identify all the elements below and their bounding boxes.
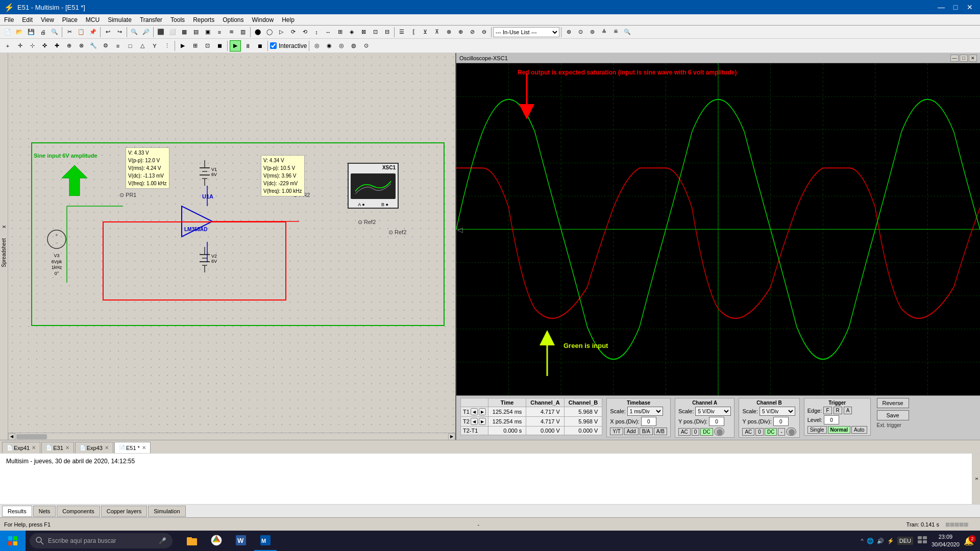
comp-btn-5[interactable]: ⟲ [299, 27, 310, 38]
misc-btn-2[interactable]: ⟦ [408, 27, 419, 38]
menu-item-window[interactable]: Window [248, 15, 278, 24]
scope-max-button[interactable]: □ [960, 55, 968, 62]
notification-center[interactable]: 🔔 2 [964, 536, 974, 546]
taskbar-file-explorer[interactable] [181, 531, 203, 551]
toggle-btn-3[interactable]: ▦ [179, 27, 190, 38]
results-tab-nets[interactable]: Nets [33, 506, 56, 517]
stop-button[interactable]: ⏹ [254, 40, 265, 52]
sim-btn-3[interactable]: ⊹ [27, 40, 38, 52]
search-icon-btn[interactable]: 🔍 [622, 27, 633, 38]
chA-toggle[interactable] [714, 428, 724, 436]
sim-btn-12[interactable]: △ [137, 40, 148, 52]
maximize-button[interactable]: □ [949, 1, 962, 13]
chB-zero-button[interactable]: 0 [755, 428, 764, 436]
zoom-in-button[interactable]: 🔍 [129, 27, 140, 38]
t1-right-button[interactable]: ▶ [479, 408, 486, 415]
extra-btn-1[interactable]: ⊛ [563, 27, 574, 38]
toggle-btn-1[interactable]: ⬛ [155, 27, 166, 38]
ctrl-btn-4[interactable]: ◍ [348, 40, 359, 52]
reverse-button[interactable]: Reverse [877, 398, 909, 408]
results-tab-components[interactable]: Components [57, 506, 100, 517]
extra-btn-3[interactable]: ⊚ [586, 27, 598, 38]
toggle-btn-5[interactable]: ▣ [202, 27, 213, 38]
time-block[interactable]: 23:09 30/04/2020 [932, 533, 960, 549]
comp-btn-1[interactable]: ⬤ [252, 27, 263, 38]
sim-btn-10[interactable]: ≡ [112, 40, 124, 52]
sim-btn-13[interactable]: Y [149, 40, 160, 52]
comp-btn-10[interactable]: ⊠ [358, 27, 369, 38]
menu-item-file[interactable]: File [0, 15, 18, 24]
single-button[interactable]: Single [807, 426, 827, 434]
ab-button[interactable]: A/B [654, 428, 667, 435]
menu-item-view[interactable]: View [37, 15, 58, 24]
in-use-list-dropdown[interactable]: --- In-Use List --- [493, 27, 559, 37]
t2-right-button[interactable]: ▶ [479, 418, 486, 425]
scope-close-button[interactable]: ✕ [969, 55, 977, 62]
taskbar-multisim[interactable]: M [254, 531, 277, 551]
scope-min-button[interactable]: — [950, 55, 959, 62]
language-indicator[interactable]: DEU [897, 537, 913, 545]
start-button[interactable] [0, 531, 26, 551]
misc-btn-3[interactable]: ⊻ [420, 27, 431, 38]
results-tab-results[interactable]: Results [2, 506, 32, 517]
misc-btn-6[interactable]: ⊕ [455, 27, 466, 38]
tab-e31[interactable]: 📄 E31 ✕ [41, 442, 74, 453]
results-tab-copper[interactable]: Copper layers [101, 506, 147, 517]
battery-icon[interactable]: ⚡ [887, 538, 894, 544]
chB-scale-select[interactable]: 5 V/Div [760, 407, 795, 416]
log-side-label[interactable]: x [974, 478, 979, 480]
taskbar-word[interactable]: W [230, 531, 252, 551]
toggle-btn-7[interactable]: ≋ [226, 27, 237, 38]
chB-ypos-input[interactable] [773, 417, 789, 426]
chA-ac-button[interactable]: AC [678, 428, 691, 436]
close-button[interactable]: ✕ [964, 1, 976, 13]
normal-button[interactable]: Normal [828, 426, 850, 434]
sim-btn-6[interactable]: ⊕ [63, 40, 75, 52]
comp-btn-7[interactable]: ↔ [323, 27, 334, 38]
add-button[interactable]: Add [624, 428, 639, 435]
cut-button[interactable]: ✂ [64, 27, 75, 38]
comp-btn-8[interactable]: ⊞ [334, 27, 346, 38]
scroll-right-button[interactable]: ▶ [448, 433, 455, 440]
chA-zero-button[interactable]: 0 [692, 428, 700, 436]
menu-item-edit[interactable]: Edit [18, 15, 37, 24]
sim-btn-7[interactable]: ⊗ [76, 40, 87, 52]
misc-btn-4[interactable]: ⊼ [431, 27, 443, 38]
spreadsheet-label[interactable]: Spreadsheet [1, 238, 7, 267]
ctrl-btn-1[interactable]: ◎ [311, 40, 323, 52]
trigger-f-button[interactable]: F [823, 407, 831, 414]
print-button[interactable]: 🖨 [37, 27, 48, 38]
toggle-btn-2[interactable]: ⬜ [167, 27, 178, 38]
left-x-label[interactable]: x [1, 226, 7, 228]
windows-taskview-icon[interactable] [917, 536, 927, 546]
misc-btn-8[interactable]: ⊖ [478, 27, 489, 38]
chB-dc-button[interactable]: DC [765, 428, 777, 436]
sim-btn-15[interactable]: ▶ [177, 40, 188, 52]
misc-btn-7[interactable]: ⊘ [467, 27, 478, 38]
timebase-xpos-input[interactable] [641, 417, 656, 426]
t2-left-button[interactable]: ◀ [471, 418, 478, 425]
paste-button[interactable]: 📌 [87, 27, 99, 38]
misc-btn-1[interactable]: ☰ [396, 27, 407, 38]
interactive-checkbox[interactable]: Interactive [270, 42, 307, 49]
comp-btn-6[interactable]: ↕ [311, 27, 322, 38]
taskbar-chrome[interactable] [205, 531, 228, 551]
comp-btn-2[interactable]: ◯ [264, 27, 275, 38]
sim-btn-5[interactable]: ✚ [51, 40, 62, 52]
menu-item-place[interactable]: Place [58, 15, 82, 24]
extra-btn-4[interactable]: ≜ [598, 27, 609, 38]
ctrl-btn-2[interactable]: ◉ [324, 40, 335, 52]
network-icon[interactable]: 🌐 [867, 538, 874, 544]
trigger-r-button[interactable]: R [834, 407, 842, 414]
toggle-btn-8[interactable]: ▥ [237, 27, 249, 38]
results-tab-simulation[interactable]: Simulation [148, 506, 185, 517]
chB-minus-button[interactable]: - [778, 428, 785, 436]
menu-item-simulate[interactable]: Simulate [104, 15, 136, 24]
toggle-btn-6[interactable]: ≡ [214, 27, 225, 38]
sim-btn-4[interactable]: ✜ [39, 40, 50, 52]
sim-btn-1[interactable]: + [2, 40, 13, 52]
comp-btn-9[interactable]: ◈ [346, 27, 357, 38]
ctrl-btn-5[interactable]: ⊙ [360, 40, 372, 52]
menu-item-transfer[interactable]: Transfer [136, 15, 166, 24]
auto-button[interactable]: Auto [851, 426, 867, 434]
